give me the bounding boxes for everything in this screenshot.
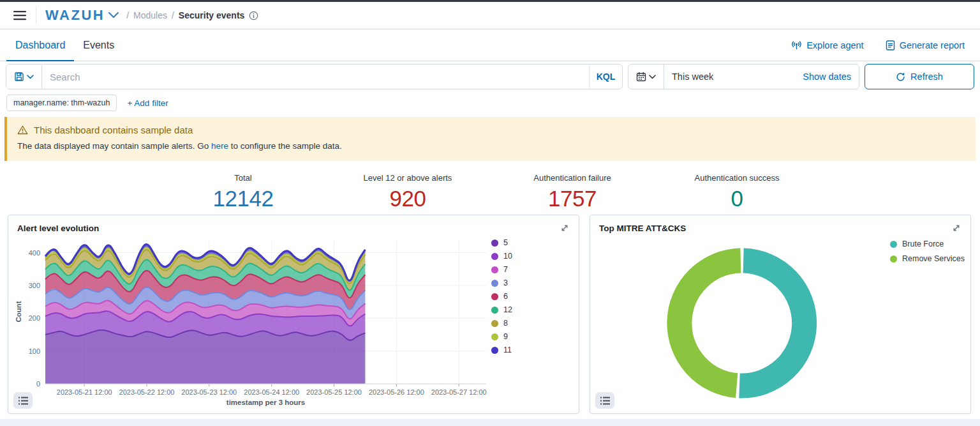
- svg-text:2023-05-21 12:00: 2023-05-21 12:00: [57, 388, 112, 396]
- legend-color-dot: [491, 253, 498, 260]
- legend-item-level-7[interactable]: 7: [491, 265, 512, 274]
- svg-text:2023-05-27 12:00: 2023-05-27 12:00: [431, 388, 487, 396]
- chevron-down-icon: [27, 75, 34, 79]
- legend-item-level-10[interactable]: 10: [491, 252, 512, 261]
- legend-color-dot: [491, 293, 498, 300]
- module-tabs-row: Dashboard Events Explore agent Generate …: [0, 29, 980, 61]
- stat-label: Authentication failure: [490, 173, 655, 183]
- legend-label: 12: [503, 305, 512, 314]
- legend-label: 9: [503, 332, 508, 341]
- explore-agent-button[interactable]: Explore agent: [791, 40, 863, 50]
- legend-label: 6: [503, 292, 508, 301]
- panel-options-button[interactable]: [595, 392, 614, 409]
- banner-text: The data displayed may contain sample al…: [17, 141, 211, 151]
- svg-text:100: 100: [29, 347, 40, 355]
- divider: [36, 6, 36, 24]
- tab-actions: Explore agent Generate report: [791, 40, 965, 50]
- legend-item-level-11[interactable]: 11: [491, 346, 512, 354]
- legend-label: 5: [503, 238, 508, 247]
- date-quick-select-button[interactable]: [628, 65, 664, 89]
- svg-text:300: 300: [29, 282, 40, 289]
- list-icon: [19, 397, 28, 405]
- kql-button[interactable]: KQL: [589, 65, 622, 89]
- svg-text:200: 200: [29, 314, 40, 322]
- stat-label: Total: [161, 173, 325, 183]
- refresh-button[interactable]: Refresh: [865, 64, 974, 89]
- svg-text:0: 0: [36, 380, 40, 388]
- legend-item-level-9[interactable]: 9: [491, 332, 512, 341]
- legend-item-level-12[interactable]: 12: [491, 305, 512, 314]
- banner-title: This dashboard contains sample data: [34, 125, 193, 135]
- legend-item-level-3[interactable]: 3: [491, 278, 512, 287]
- search-input[interactable]: [42, 65, 589, 89]
- breadcrumb-separator: /: [172, 10, 174, 20]
- wazuh-logo-text: WAZUH: [45, 7, 105, 24]
- explore-agent-label: Explore agent: [806, 40, 863, 50]
- warning-icon: [17, 125, 28, 135]
- mitre-legend: Brute ForceRemove Services: [890, 240, 965, 263]
- wazuh-logo[interactable]: WAZUH: [45, 7, 119, 24]
- saved-queries-button[interactable]: [6, 65, 42, 89]
- svg-text:2023-05-23 12:00: 2023-05-23 12:00: [181, 388, 237, 396]
- legend-item-level-6[interactable]: 6: [491, 292, 512, 301]
- legend-color-dot: [491, 307, 498, 314]
- legend-color-dot: [491, 320, 498, 327]
- svg-text:2023-05-22 12:00: 2023-05-22 12:00: [119, 388, 175, 396]
- panel-alert-level-evolution: Alert level evolution 01002003004002023-…: [8, 215, 579, 414]
- svg-text:timestamp per 3 hours: timestamp per 3 hours: [226, 399, 305, 406]
- panel-options-button[interactable]: [13, 392, 33, 409]
- generate-report-label: Generate report: [900, 40, 965, 50]
- refresh-label: Refresh: [910, 72, 943, 82]
- list-icon: [600, 397, 610, 405]
- svg-text:400: 400: [29, 249, 40, 257]
- stat-level-12-or-above-alerts: Level 12 or above alerts920: [325, 173, 490, 211]
- stat-value: 1757: [490, 186, 655, 211]
- banner-here-link[interactable]: here: [211, 141, 228, 151]
- date-picker: This week Show dates: [628, 64, 859, 89]
- legend-color-dot: [491, 347, 498, 354]
- summary-stats-row: Total12142Level 12 or above alerts920Aut…: [0, 165, 980, 215]
- add-filter-button[interactable]: + Add filter: [127, 98, 168, 108]
- broadcast-icon: [791, 40, 802, 50]
- breadcrumb: / Modules / Security events: [126, 10, 258, 20]
- stat-authentication-failure: Authentication failure1757: [490, 173, 655, 211]
- calendar-icon: [636, 72, 646, 82]
- stat-label: Level 12 or above alerts: [325, 173, 490, 183]
- expand-icon[interactable]: [560, 223, 570, 233]
- legend-color-dot: [491, 333, 498, 340]
- legend-item-remove-services[interactable]: Remove Services: [890, 254, 965, 263]
- panel-title: Alert level evolution: [17, 224, 99, 233]
- legend-item-level-5[interactable]: 5: [491, 238, 512, 247]
- breadcrumb-separator: /: [126, 10, 129, 20]
- legend-label: Brute Force: [902, 240, 944, 248]
- generate-report-button[interactable]: Generate report: [886, 40, 965, 50]
- legend-color-dot: [491, 240, 498, 247]
- search-box: KQL: [6, 64, 623, 89]
- legend-item-level-8[interactable]: 8: [491, 319, 512, 328]
- show-dates-button[interactable]: Show dates: [795, 72, 859, 82]
- banner-body: The data displayed may contain sample al…: [17, 141, 965, 151]
- stat-total: Total12142: [161, 173, 325, 211]
- tab-dashboard[interactable]: Dashboard: [6, 29, 74, 61]
- date-range-value[interactable]: This week: [664, 72, 721, 82]
- legend-color-dot: [491, 266, 498, 273]
- chevron-down-icon: [108, 12, 119, 19]
- wazuh-dashboard-page: WAZUH / Modules / Security events Dashbo…: [0, 0, 980, 426]
- stat-value: 0: [655, 186, 819, 211]
- alert-level-legend: 510736128911: [491, 238, 512, 354]
- legend-color-dot: [890, 255, 897, 262]
- tab-events[interactable]: Events: [74, 29, 123, 61]
- filter-pill-manager-name[interactable]: manager.name: thm-wazuh: [6, 95, 117, 111]
- info-icon[interactable]: [249, 11, 258, 20]
- sample-data-banner: This dashboard contains sample data The …: [4, 117, 976, 161]
- expand-icon[interactable]: [951, 223, 961, 233]
- breadcrumb-modules[interactable]: Modules: [133, 10, 167, 20]
- svg-text:2023-05-26 12:00: 2023-05-26 12:00: [369, 388, 424, 396]
- legend-label: 3: [503, 278, 508, 287]
- alert-level-evolution-chart[interactable]: 01002003004002023-05-21 12:002023-05-22 …: [13, 236, 491, 407]
- stat-authentication-success: Authentication success0: [655, 173, 819, 211]
- refresh-icon: [896, 72, 905, 82]
- menu-icon[interactable]: [9, 5, 31, 26]
- legend-item-brute-force[interactable]: Brute Force: [890, 240, 965, 248]
- mitre-donut-chart[interactable]: [664, 245, 820, 401]
